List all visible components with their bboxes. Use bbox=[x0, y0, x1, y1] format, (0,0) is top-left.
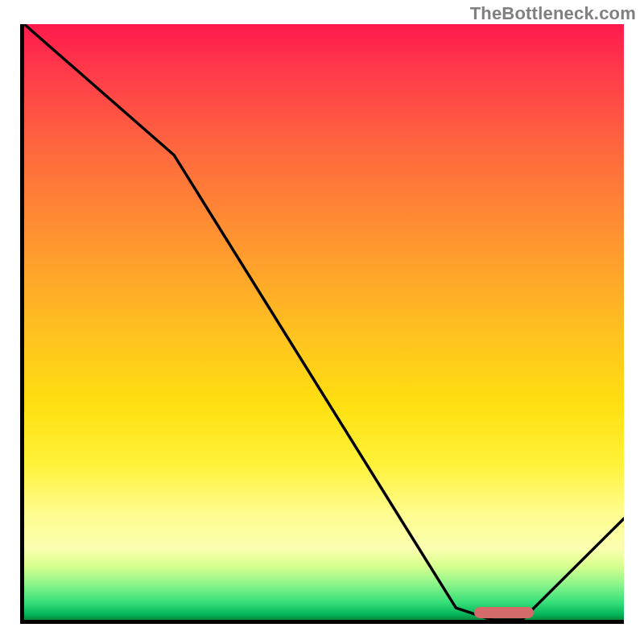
chart-container: TheBottleneck.com bbox=[0, 0, 644, 644]
plot-area bbox=[20, 24, 624, 624]
optimal-marker bbox=[474, 607, 535, 618]
bottleneck-curve bbox=[24, 24, 624, 620]
watermark-text: TheBottleneck.com bbox=[470, 3, 636, 24]
